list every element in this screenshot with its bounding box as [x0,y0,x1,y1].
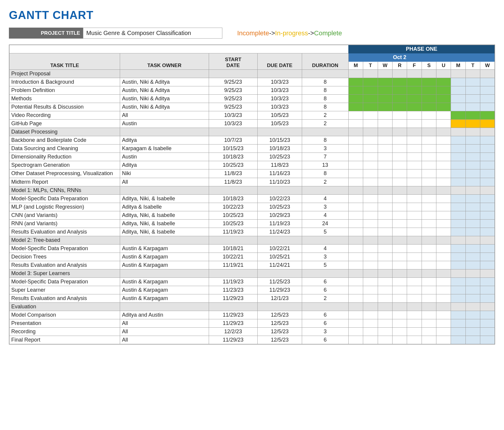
gantt-cell [480,136,495,145]
gantt-cell [348,169,363,178]
gantt-cell [407,194,422,203]
gantt-cell [451,286,465,294]
task-owner: All [120,336,209,344]
duration: 4 [302,244,348,253]
gantt-cell [465,244,480,253]
gantt-cell [378,95,392,103]
gantt-cell [363,228,378,236]
task-title: Spectrogram Generation [9,161,120,169]
gantt-cell [436,111,451,120]
gantt-cell [422,261,436,269]
gantt-cell [465,120,480,128]
due-date: 10/5/23 [258,120,302,128]
day-header: W [378,62,392,70]
task-title: Results Evaluation and Analysis [9,294,120,302]
gantt-cell [451,253,465,261]
task-title: Final Report [9,336,120,344]
gantt-cell [363,244,378,253]
gantt-cell [378,319,392,327]
gantt-cell [392,244,407,253]
gantt-cell [378,327,392,336]
page-title: GANTT CHART [9,9,495,22]
start-date: 12/2/23 [209,327,258,336]
gantt-cell [392,128,407,136]
duration: 3 [302,203,348,211]
gantt-cell [363,236,378,244]
gantt-cell [436,86,451,95]
gantt-cell [465,86,480,95]
start-date: 11/23/23 [209,286,258,294]
gantt-cell [480,327,495,336]
gantt-cell [436,261,451,269]
gantt-cell [378,261,392,269]
task-owner: Austin [120,153,209,161]
gantt-cell [436,145,451,153]
gantt-cell [436,128,451,136]
task-title: RNN (and Variants) [9,219,120,228]
gantt-cell [465,327,480,336]
gantt-cell [407,145,422,153]
due-date: 10/25/23 [258,203,302,211]
gantt-cell [465,169,480,178]
gantt-cell [378,228,392,236]
gantt-cell [348,294,363,302]
task-owner: All [120,319,209,327]
gantt-cell [436,294,451,302]
gantt-cell [422,86,436,95]
duration: 2 [302,178,348,186]
gantt-cell [451,169,465,178]
gantt-cell [378,336,392,344]
task-title: Dimensionality Reduction [9,153,120,161]
duration: 8 [302,136,348,145]
duration: 8 [302,95,348,103]
duration: 24 [302,219,348,228]
task-owner: All [120,178,209,186]
duration: 2 [302,120,348,128]
gantt-cell [348,203,363,211]
gantt-cell [378,236,392,244]
gantt-cell [392,203,407,211]
gantt-cell [392,261,407,269]
gantt-cell [348,78,363,86]
gantt-cell [480,244,495,253]
gantt-cell [451,103,465,111]
gantt-cell [436,194,451,203]
section-title: Dataset Processing [9,128,120,136]
section-title: Model 1: MLPs, CNNs, RNNs [9,186,120,194]
gantt-cell [422,219,436,228]
gantt-cell [348,120,363,128]
due-date: 12/5/23 [258,311,302,319]
gantt-cell [451,228,465,236]
gantt-cell [378,253,392,261]
gantt-cell [451,111,465,120]
week-header: Oct 2 [348,53,451,62]
duration: 8 [302,169,348,178]
due-date: 11/24/21 [258,261,302,269]
gantt-cell [451,145,465,153]
task-owner: All [120,327,209,336]
gantt-cell [465,219,480,228]
gantt-cell [465,294,480,302]
task-owner: Austin & Karpagam [120,244,209,253]
task-title: Data Sourcing and Cleaning [9,145,120,153]
start-date: 10/22/23 [209,203,258,211]
task-title: Other Dataset Preprocessing, Visualizati… [9,169,120,178]
gantt-cell [392,70,407,78]
gantt-cell [480,286,495,294]
gantt-cell [378,302,392,311]
gantt-cell [378,286,392,294]
duration: 4 [302,194,348,203]
due-date: 11/10/23 [258,178,302,186]
task-title: Potential Results & Discussion [9,103,120,111]
gantt-cell [348,311,363,319]
gantt-cell [378,294,392,302]
gantt-cell [407,277,422,286]
gantt-cell [392,120,407,128]
due-date: 12/5/23 [258,336,302,344]
duration: 6 [302,277,348,286]
gantt-cell [407,169,422,178]
gantt-cell [392,327,407,336]
gantt-cell [378,145,392,153]
start-date: 11/19/23 [209,228,258,236]
start-date: 11/19/21 [209,261,258,269]
